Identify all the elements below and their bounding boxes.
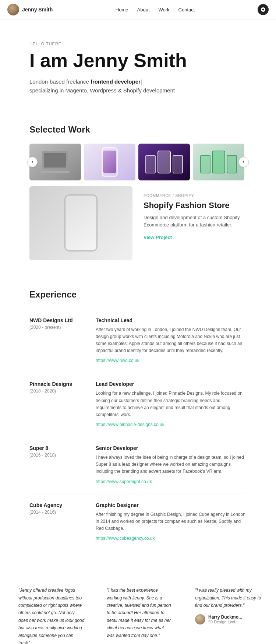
nav-link-work[interactable]: Work — [159, 7, 170, 13]
exp-period: (2014 - 2016) — [29, 510, 88, 515]
nav-link-contact[interactable]: Contact — [178, 7, 195, 13]
testimonial-author: Harry Duckmo... 59 Design Limi... — [195, 614, 261, 624]
testimonial-text: "I had the best experience working with … — [107, 587, 173, 639]
exp-company-nwd: NWD Designs Ltd (2020 - present) — [29, 317, 88, 363]
featured-project-tags: ECOMMERCE / SHOPIFY — [144, 194, 247, 198]
testimonial-info: Harry Duckmo... 59 Design Limi... — [208, 615, 242, 624]
featured-project: ECOMMERCE / SHOPIFY Shopify Fashion Stor… — [29, 186, 247, 260]
experience-title: Experience — [29, 289, 247, 300]
avatar — [7, 4, 19, 15]
hero-desc-link[interactable]: frontend developer — [91, 78, 141, 85]
portfolio-thumb-2[interactable] — [84, 144, 135, 180]
exp-desc: After finishing my degree in Graphic Des… — [96, 511, 247, 532]
exp-details-cube: Graphic Designer After finishing my degr… — [96, 502, 247, 541]
exp-company-name: Pinnacle Designs — [29, 381, 88, 387]
portfolio-carousel-wrapper: ‹ — [29, 144, 247, 180]
exp-desc: Looking for a new challenge, I joined Pi… — [96, 390, 247, 418]
testimonial-patrick: "I had the best experience working with … — [99, 579, 180, 644]
exp-period: (2018 - 2020) — [29, 388, 88, 394]
exp-role: Technical Lead — [96, 317, 247, 323]
exp-period: (2016 - 2018) — [29, 453, 88, 458]
exp-role: Graphic Designer — [96, 502, 247, 508]
exp-link[interactable]: https://www.nwd.co.uk — [96, 358, 139, 363]
exp-link[interactable]: https://www.supereight.co.uk — [96, 479, 152, 484]
exp-desc: After two years of working in London, I … — [96, 326, 247, 355]
carousel-next-button[interactable]: › — [238, 157, 249, 167]
exp-desc: I have always loved the idea of being in… — [96, 454, 247, 475]
exp-company-name: Cube Agency — [29, 502, 88, 508]
hero-title: I am Jenny Smith — [29, 50, 247, 71]
testimonial-text: "I was really pleased with my organizati… — [195, 587, 261, 609]
testimonial-name: Harry Duckmo... — [208, 615, 242, 620]
hero-description: London-based freelance frontend develope… — [29, 77, 247, 95]
exp-details-super8: Senior Developer I have always loved the… — [96, 445, 247, 484]
nav-links: Home About Work Contact — [116, 7, 195, 13]
featured-project-title: Shopify Fashion Store — [144, 201, 247, 210]
hero-cursor: | — [141, 78, 142, 85]
featured-project-link[interactable]: View Project — [144, 235, 172, 240]
testimonial-company: 59 Design Limi... — [208, 620, 242, 624]
testimonials-row-1: "Jenny offered creative logos without pr… — [0, 579, 276, 644]
portfolio-thumb-3[interactable] — [138, 144, 190, 180]
exp-period: (2020 - present) — [29, 325, 88, 330]
portfolio-carousel — [29, 144, 247, 180]
avatar-harry — [195, 614, 205, 624]
testimonial-text: "Jenny offered creative logos without pr… — [18, 587, 85, 644]
nav-link-about[interactable]: About — [137, 7, 150, 13]
exp-company-super8: Super 8 (2016 - 2018) — [29, 445, 88, 484]
selected-work-title: Selected Work — [29, 124, 247, 135]
testimonial-harry: "I was really pleased with my organizati… — [188, 579, 269, 644]
nav-name: Jenny Smith — [22, 7, 53, 13]
nav-link-home[interactable]: Home — [116, 7, 128, 13]
nav-brand: Jenny Smith — [7, 4, 53, 15]
exp-company-cube: Cube Agency (2014 - 2016) — [29, 502, 88, 541]
experience-row-cube: Cube Agency (2014 - 2016) Graphic Design… — [29, 493, 247, 550]
featured-project-desc: Design and development of a custom Shopi… — [144, 214, 247, 229]
experience-section: Experience NWD Designs Ltd (2020 - prese… — [0, 275, 276, 565]
menu-icon-button[interactable] — [258, 4, 269, 15]
exp-details-nwd: Technical Lead After two years of workin… — [96, 317, 247, 363]
hero-subtitle: Hello There! — [29, 42, 247, 46]
experience-row-nwd: NWD Designs Ltd (2020 - present) Technic… — [29, 309, 247, 373]
experience-row-super8: Super 8 (2016 - 2018) Senior Developer I… — [29, 436, 247, 493]
featured-project-info: ECOMMERCE / SHOPIFY Shopify Fashion Stor… — [144, 186, 247, 260]
testimonials-section: "Jenny offered creative logos without pr… — [0, 564, 276, 644]
exp-details-pinnacle: Lead Developer Looking for a new challen… — [96, 381, 247, 427]
exp-company-name: Super 8 — [29, 445, 88, 451]
exp-role: Lead Developer — [96, 381, 247, 387]
experience-row-pinnacle: Pinnacle Designs (2018 - 2020) Lead Deve… — [29, 372, 247, 436]
selected-work-section: Selected Work ‹ — [0, 110, 276, 275]
exp-company-pinnacle: Pinnacle Designs (2018 - 2020) — [29, 381, 88, 427]
featured-project-image — [29, 186, 132, 260]
navbar: Jenny Smith Home About Work Contact — [0, 0, 276, 20]
testimonial-emily: "Jenny offered creative logos without pr… — [11, 579, 92, 644]
portfolio-thumb-4[interactable] — [193, 144, 244, 180]
hero-desc-text1: London-based freelance — [29, 78, 91, 85]
exp-link[interactable]: https://www.pinnacle-designs.co.uk — [96, 422, 164, 427]
exp-role: Senior Developer — [96, 445, 247, 451]
carousel-prev-button[interactable]: ‹ — [27, 157, 38, 167]
hero-desc-text2: specializing in Magento, Wordpress & Sho… — [29, 87, 175, 94]
exp-company-name: NWD Designs Ltd — [29, 317, 88, 323]
exp-link[interactable]: https://www.cubeagency.co.uk — [96, 536, 155, 541]
svg-point-1 — [262, 9, 264, 11]
hero-section: Hello There! I am Jenny Smith London-bas… — [0, 20, 276, 110]
